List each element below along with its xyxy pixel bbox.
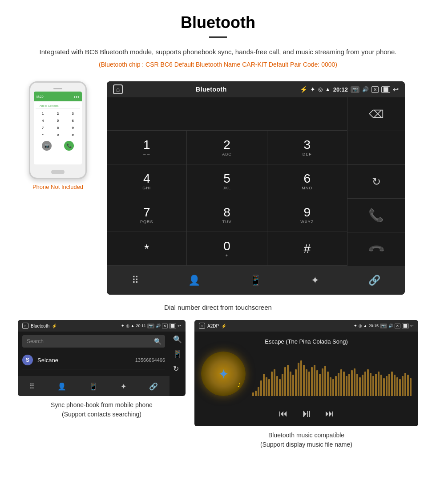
music-home-icon[interactable]: ⌂ xyxy=(199,323,205,329)
key-6[interactable]: 6 MNO xyxy=(267,164,347,198)
time-display: 20:12 xyxy=(333,86,348,93)
backspace-cell[interactable]: ⌫ xyxy=(347,97,405,131)
phone-icon[interactable]: 📱 xyxy=(250,275,262,286)
vis-bar xyxy=(370,373,371,396)
key-5[interactable]: 5 JKL xyxy=(187,164,267,198)
dialer-row-2: 4 GHI 5 JKL 6 MNO xyxy=(107,164,347,198)
bottom-toolbar: ⠿ 👤 📱 ✦ 🔗 xyxy=(107,266,405,295)
vis-bar xyxy=(322,368,323,396)
vis-bar xyxy=(274,369,275,396)
pb-contacts-icon[interactable]: 👤 xyxy=(57,382,66,391)
vis-bar xyxy=(300,360,302,396)
music-signal-icon: ▲ xyxy=(363,324,367,328)
pb-bt-toolbar-icon[interactable]: ✦ xyxy=(121,382,126,391)
vis-bar xyxy=(343,372,345,396)
vis-bar xyxy=(282,374,283,396)
pb-bt-icon: ✦ xyxy=(121,324,125,328)
bt-icon[interactable]: ✦ xyxy=(311,275,319,286)
pb-dialpad-icon[interactable]: ⠿ xyxy=(29,382,35,391)
pb-gps-icon: ◎ xyxy=(126,324,129,328)
vis-bar xyxy=(330,377,331,396)
location-icon: ◎ xyxy=(318,86,323,92)
vis-bar xyxy=(266,377,267,396)
title-divider xyxy=(209,36,227,38)
music-back-icon[interactable]: ↩ xyxy=(410,324,414,328)
call-red-icon: 📞 xyxy=(367,240,385,258)
screen-title: Bluetooth xyxy=(196,86,227,93)
vis-bar xyxy=(346,376,347,396)
pb-side-search-icon[interactable]: 🔍 xyxy=(173,335,182,344)
pb-back-icon[interactable]: ↩ xyxy=(178,324,181,328)
vis-bar xyxy=(391,372,393,396)
key-4[interactable]: 4 GHI xyxy=(107,164,187,198)
vis-bar xyxy=(362,375,363,396)
key-2[interactable]: 2 ABC xyxy=(187,131,267,164)
vis-bar xyxy=(407,375,409,396)
phone-not-included-label: Phone Not Included xyxy=(32,184,83,190)
vis-bar xyxy=(338,373,339,396)
key-9[interactable]: 9 WXYZ xyxy=(267,198,347,232)
music-win-icon: ⬜ xyxy=(402,324,409,328)
vis-bar xyxy=(292,375,294,396)
vis-bar xyxy=(354,368,355,396)
camera-icon: 📷 xyxy=(351,86,359,93)
next-icon[interactable]: ⏭ xyxy=(325,408,334,419)
link-icon[interactable]: 🔗 xyxy=(368,275,380,286)
vis-bar xyxy=(255,391,257,396)
vis-bar xyxy=(340,369,342,396)
pb-phone-icon[interactable]: 📱 xyxy=(89,382,98,391)
key-7[interactable]: 7 PQRS xyxy=(107,198,187,232)
pb-side-refresh-icon[interactable]: ↻ xyxy=(173,364,182,373)
vis-bar xyxy=(279,379,281,396)
bluetooth-icon: ✦ xyxy=(310,86,315,93)
search-placeholder: Search xyxy=(27,338,161,344)
key-hash[interactable]: # xyxy=(267,232,347,265)
vis-bar xyxy=(263,374,265,396)
dialpad-icon[interactable]: ⠿ xyxy=(132,275,139,286)
music-note-icon: ♪ xyxy=(237,380,241,389)
refresh-cell[interactable]: ↻ xyxy=(347,165,405,199)
key-0[interactable]: 0 + xyxy=(187,232,267,265)
contact-name: Seicane xyxy=(37,357,135,364)
pb-vol-icon: 🔊 xyxy=(156,324,161,328)
music-time: 20:15 xyxy=(368,324,379,328)
contacts-icon[interactable]: 👤 xyxy=(188,275,200,286)
phone-screen-header: M:20 ●●● xyxy=(34,92,82,101)
pb-side-call-icon[interactable]: 📱 xyxy=(173,350,182,358)
vis-bar xyxy=(386,376,388,396)
dialer-caption: Dial number direct from touchscreen xyxy=(18,304,418,311)
call-green-cell[interactable]: 📞 xyxy=(347,199,405,232)
dialer-side-panel: ⌫ ↻ 📞 📞 xyxy=(347,97,405,266)
window-icon: ⬜ xyxy=(381,86,390,93)
key-1[interactable]: 1 ∽∽ xyxy=(107,131,187,164)
phone-add-contact: + Add to Contacts xyxy=(36,103,80,109)
contact-avatar: S xyxy=(22,355,33,365)
pb-link-icon[interactable]: 🔗 xyxy=(149,382,158,391)
vis-bar xyxy=(324,366,326,396)
back-icon[interactable]: ↩ xyxy=(393,85,399,94)
mini-home-icon[interactable]: ⌂ xyxy=(22,323,28,329)
vis-bar xyxy=(332,379,334,396)
search-icon[interactable]: 🔍 xyxy=(154,338,161,345)
play-pause-icon[interactable]: ⏯ xyxy=(301,407,312,420)
music-gps-icon: ◎ xyxy=(359,324,362,328)
prev-icon[interactable]: ⏮ xyxy=(279,408,288,419)
music-album-art: ✦ ♪ xyxy=(201,352,246,396)
search-bar[interactable]: Search 🔍 xyxy=(22,335,165,348)
dialer-area: 1 ∽∽ 2 ABC 3 DEF xyxy=(107,97,405,266)
refresh-icon: ↻ xyxy=(372,176,381,188)
key-8[interactable]: 8 TUV xyxy=(187,198,267,232)
vis-bar xyxy=(378,372,379,396)
key-star[interactable]: * xyxy=(107,232,187,265)
vis-bar xyxy=(298,363,299,396)
vis-bar xyxy=(410,378,412,396)
music-status-bar: ⌂ A2DP ⚡ ✦ ◎ ▲ 20:15 📷 🔊 ✕ ⬜ ↩ xyxy=(194,320,418,332)
music-usb-icon: ⚡ xyxy=(221,324,226,328)
dialer-row-3: 7 PQRS 8 TUV 9 WXYZ xyxy=(107,198,347,232)
home-icon[interactable] xyxy=(113,84,123,94)
call-red-cell[interactable]: 📞 xyxy=(347,232,405,266)
music-close-icon: ✕ xyxy=(395,324,400,328)
vis-bar xyxy=(306,369,307,396)
key-3[interactable]: 3 DEF xyxy=(267,131,347,164)
pb-signal-icon: ▲ xyxy=(131,324,135,328)
